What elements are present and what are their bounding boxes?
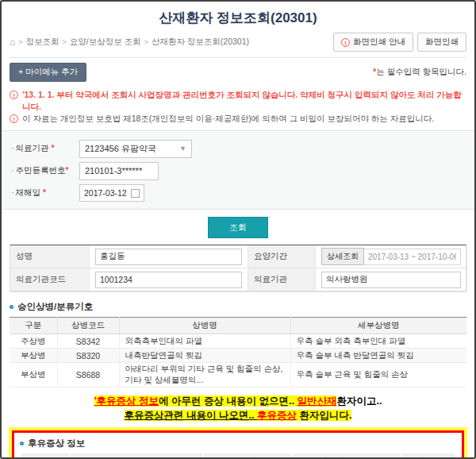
col-symptom-code: 후유증상(코드) [70, 453, 203, 459]
care-period-cell: 상세조회 [316, 245, 467, 268]
alert-circle-icon: ! [341, 38, 350, 47]
col-org-code: 의료기관(코드) [292, 453, 401, 459]
home-icon[interactable]: ⌂ [10, 38, 15, 46]
breadcrumb-separator: > [18, 38, 22, 46]
detail-search-button[interactable]: 상세조회 [321, 248, 364, 265]
aftereffect-highlight-box: 후유증상 정보 증상구분 후유증상(코드) 유효기간 의료기관(코드) 치유일 … [12, 430, 464, 459]
name-input[interactable] [95, 249, 242, 265]
cell-disease-detail: 우측 슬부 근육 및 힘줄의 손상 [290, 363, 466, 388]
print-label: 화면인쇄 [425, 37, 459, 48]
annotation-part: 환자이고.. [336, 395, 382, 407]
accident-date-label: ·재해일 * [11, 187, 79, 199]
cell-disease-detail: 우측 슬부 내측 반달연골의 찢김 [290, 349, 466, 363]
col-cure-date: 치유일 [401, 453, 455, 459]
search-form: ·의료기관 * 2123456 유팜약국 ▼ ·주민등록번호* ·재해일 * 2… [2, 130, 474, 210]
result-grid: 성명 요양기간 상세조회 의료기관코드 의료기관 [10, 245, 466, 292]
approval-table: 구분 상병코드 상병명 세부상병명 주상병 S8342 외측측부인대의 파열 우… [10, 317, 466, 388]
org-name-label: 의료기관 [248, 268, 316, 291]
org-code-cell [90, 268, 248, 291]
section-bullet-icon [20, 442, 24, 446]
cell-disease-name: 내측반달연골의 찢김 [119, 349, 290, 363]
header-row: ⌂ > 정보조회 > 요양/보상정보 조회 > 산재환자 정보조회(20301)… [10, 33, 466, 58]
aftereffect-section-title-text: 후유증상 정보 [28, 438, 85, 449]
cell-disease-name: 외측측부인대의 파열 [119, 334, 290, 349]
notice-pharmacy: ! '13. 1. 1. 부터 약국에서 조회시 사업장명과 관리번호가 조회되… [10, 89, 466, 113]
mymenu-row: + 마이메뉴 추가 *는 필수입력 항목입니다. [10, 63, 466, 82]
cell-disease-code: S8320 [57, 349, 119, 363]
aftereffect-header-row: 증상구분 후유증상(코드) 유효기간 의료기관(코드) 치유일 [21, 453, 455, 459]
breadcrumb: ⌂ > 정보조회 > 요양/보상정보 조회 > 산재환자 정보조회(20301) [10, 37, 249, 48]
annotation-part: 일반산재 [297, 395, 336, 407]
cell-disease-code: S8342 [57, 334, 119, 349]
org-code-label: 의료기관코드 [10, 268, 90, 291]
required-note-text: 는 필수입력 항목입니다. [376, 67, 466, 76]
org-code-input[interactable] [95, 272, 242, 288]
print-guide-button[interactable]: ! 화면인쇄 안내 [333, 33, 413, 52]
medical-org-selected-value: 2123456 유팜약국 [85, 143, 156, 155]
cell-category: 부상병 [10, 349, 57, 363]
rrn-input[interactable] [79, 162, 159, 180]
notice-privacy: ! 이 자료는 개인정보 보호법 제18조(개인정보의 이용·제공제한)에 의하… [10, 113, 466, 125]
annotation-part: 후유증상 [257, 410, 297, 421]
approval-header-row: 구분 상병코드 상병명 세부상병명 [10, 318, 466, 334]
cell-category: 부상병 [10, 363, 57, 388]
annotation-line-1: '후유증상 정보에 아무런 증상 내용이 없으면.. 일반산재환자이고.. [10, 394, 466, 408]
col-disease-code: 상병코드 [57, 318, 119, 334]
form-row-rrn: ·주민등록번호* [11, 160, 465, 182]
form-row-accident-date: ·재해일 * 2017-03-12 [11, 182, 465, 204]
cell-disease-code: S8688 [57, 363, 119, 388]
form-row-medical-org: ·의료기관 * 2123456 유팜약국 ▼ [11, 137, 465, 160]
col-symptom-category: 증상구분 [21, 453, 70, 459]
print-guide-label: 화면인쇄 안내 [353, 37, 405, 48]
chevron-down-icon: ▼ [179, 145, 186, 152]
accident-date-input[interactable]: 2017-03-12 [79, 184, 144, 202]
approval-section-title: 승인상병/분류기호 [10, 301, 466, 313]
col-valid-period: 유효기간 [203, 453, 292, 459]
submit-row: 조회 [10, 217, 466, 238]
care-period-input[interactable] [364, 249, 461, 265]
annotation-part: 에 아무런 증상 내용이 없으면.. [159, 395, 297, 407]
care-period-label: 요양기간 [248, 245, 316, 268]
page: 산재환자 정보조회(20301) ⌂ > 정보조회 > 요양/보상정보 조회 >… [0, 0, 476, 459]
annotation-line-2: 후유증상관련 내용이 나오면.. 후유증상 환자입니다. [10, 408, 466, 422]
col-category: 구분 [10, 318, 57, 334]
breadcrumb-item-info[interactable]: 정보조회 [26, 37, 60, 48]
search-button[interactable]: 조회 [208, 217, 268, 238]
alert-circle-icon: ! [10, 114, 18, 123]
table-row: 부상병 S8320 내측반달연골의 찢김 우측 슬부 내측 반달연골의 찢김 [10, 349, 466, 363]
annotation-part: 후유증상관련 내용이 나오면.. [125, 410, 257, 421]
org-name-cell [316, 268, 467, 291]
breadcrumb-separator: > [144, 38, 148, 46]
rrn-label: ·주민등록번호* [11, 165, 79, 176]
medical-org-select[interactable]: 2123456 유팜약국 ▼ [79, 140, 192, 158]
medical-org-label: ·의료기관 * [11, 143, 79, 154]
notices: ! '13. 1. 1. 부터 약국에서 조회시 사업장명과 관리번호가 조회되… [10, 89, 466, 125]
required-note: *는 필수입력 항목입니다. [373, 67, 466, 78]
annotation: '후유증상 정보에 아무런 증상 내용이 없으면.. 일반산재환자이고.. 후유… [10, 394, 466, 422]
col-disease-detail: 세부상병명 [290, 318, 466, 334]
header-actions: ! 화면인쇄 안내 화면인쇄 [333, 33, 466, 52]
breadcrumb-item-current: 산재환자 정보조회(20301) [152, 37, 249, 48]
calendar-icon[interactable] [131, 189, 140, 198]
notice-privacy-text: 이 자료는 개인정보 보호법 제18조(개인정보의 이용·제공제한)에 의하여 … [22, 113, 434, 125]
accident-date-value: 2017-03-12 [84, 188, 127, 198]
breadcrumb-item-care-info[interactable]: 요양/보상정보 조회 [70, 37, 141, 48]
notice-pharmacy-text: '13. 1. 1. 부터 약국에서 조회시 사업장명과 관리번호가 조회되지 … [22, 89, 466, 113]
name-cell [90, 245, 248, 268]
cell-disease-name: 아래다리 부위의 기타 근육 및 힘줄의 손상, 기타 및 상세불명의... [119, 363, 290, 388]
breadcrumb-separator: > [63, 38, 67, 46]
alert-circle-icon: ! [10, 91, 18, 99]
aftereffect-section-title: 후유증상 정보 [20, 438, 456, 449]
col-disease-name: 상병명 [119, 318, 290, 334]
annotation-part: '후유증상 정보 [94, 395, 159, 407]
annotation-part: 환자입니다. [297, 410, 351, 421]
cell-category: 주상병 [10, 334, 57, 349]
add-mymenu-button[interactable]: + 마이메뉴 추가 [10, 63, 86, 82]
org-name-input[interactable] [321, 272, 461, 288]
page-title: 산재환자 정보조회(20301) [10, 6, 466, 27]
name-label: 성명 [10, 245, 90, 268]
approval-section-title-text: 승인상병/분류기호 [17, 301, 93, 313]
print-button[interactable]: 화면인쇄 [417, 33, 466, 52]
cell-disease-detail: 우측 슬부 외측 측부인대 파열 [290, 334, 466, 349]
table-row: 부상병 S8688 아래다리 부위의 기타 근육 및 힘줄의 손상, 기타 및 … [10, 363, 466, 388]
